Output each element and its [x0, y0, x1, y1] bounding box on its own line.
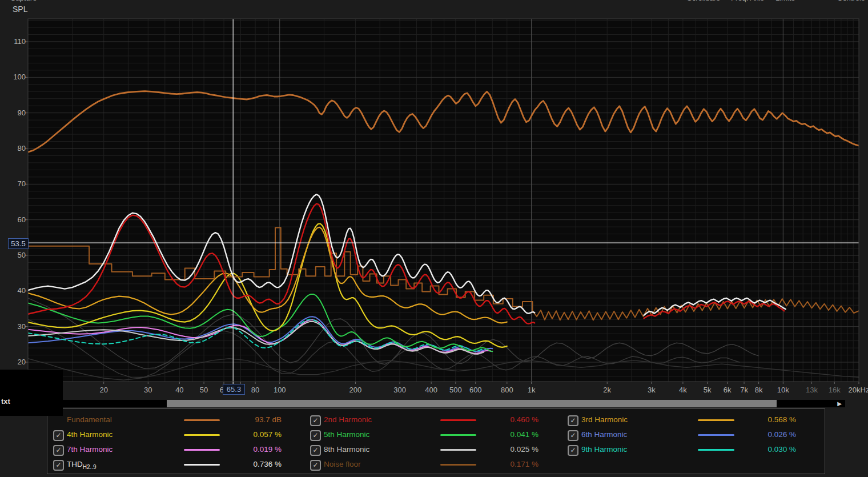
y-tick-label: 90: [6, 109, 26, 117]
rew-spl-window: Capture Scrollbars Freq. Axis Limits Con…: [0, 0, 868, 477]
cursor-freq-readout: 65.3: [223, 384, 245, 395]
legend-value: 0.030 %: [742, 445, 796, 454]
x-tick-label: 3k: [648, 386, 656, 394]
plot-background: [28, 19, 859, 382]
menu-scrollbars[interactable]: Scrollbars: [687, 0, 720, 2]
legend-value: 0.026 %: [742, 430, 796, 439]
x-tick-label: 20kHz: [849, 386, 868, 394]
legend-line-swatch: [698, 449, 734, 451]
menu-controls[interactable]: Controls: [837, 0, 865, 2]
y-tick-label: 110: [6, 37, 26, 46]
x-tick-label: 16k: [829, 386, 841, 394]
legend-line-swatch: [698, 419, 734, 421]
x-tick-label: 13k: [806, 386, 818, 394]
x-tick-label: 20: [99, 386, 107, 394]
y-tick-label: 80: [6, 144, 26, 153]
legend-label[interactable]: 6th Harmonic: [581, 430, 627, 439]
y-tick-label: 20: [6, 358, 26, 366]
y-tick-label: 30: [6, 322, 26, 331]
legend-checkbox[interactable]: ✓: [568, 445, 578, 456]
x-tick-label: 2k: [603, 386, 611, 394]
x-tick-label: 400: [425, 386, 437, 394]
legend-value: 0.171 %: [484, 460, 539, 468]
x-tick-label: 500: [449, 386, 462, 394]
legend-line-swatch: [440, 464, 476, 466]
x-tick-label: 30: [144, 386, 152, 394]
legend-label[interactable]: 9th Harmonic: [581, 445, 627, 454]
file-name-text: txt: [1, 397, 10, 406]
legend-label[interactable]: Noise floor: [324, 460, 361, 468]
x-tick-label: 600: [469, 386, 482, 394]
x-tick-label: 1k: [528, 386, 536, 394]
legend-label[interactable]: 3rd Harmonic: [581, 415, 628, 424]
y-tick-label: 70: [6, 179, 26, 188]
x-tick-label: 8k: [755, 386, 763, 394]
x-tick-label: 10k: [777, 386, 789, 394]
x-tick-label: 100: [274, 386, 286, 394]
legend-checkbox[interactable]: ✓: [568, 415, 578, 426]
x-tick-label: 80: [251, 386, 259, 394]
legend-item-6th-harmonic: ✓6th Harmonic0.026 %: [0, 430, 868, 441]
menu-freq-axis[interactable]: Freq. Axis: [731, 0, 764, 2]
x-tick-label: 6k: [724, 386, 732, 394]
legend-value: 0.568 %: [742, 415, 796, 424]
cursor-spl-value: 53.5: [11, 239, 25, 248]
cursor-freq-value: 65.3: [227, 385, 241, 394]
x-tick-label: 200: [349, 386, 362, 394]
legend-item-noise-floor: ✓Noise floor0.171 %: [0, 459, 868, 471]
legend-checkbox[interactable]: ✓: [568, 430, 578, 441]
x-tick-label: 4k: [679, 386, 687, 394]
legend-line-swatch: [698, 434, 734, 436]
x-tick-label: 800: [501, 386, 513, 394]
y-tick-label: 100: [6, 73, 26, 81]
x-tick-label: 5k: [704, 386, 712, 394]
x-tick-label: 7k: [740, 386, 748, 394]
menu-limits[interactable]: Limits: [775, 0, 795, 2]
menu-capture[interactable]: Capture: [10, 0, 37, 2]
y-tick-label: 50: [6, 251, 26, 259]
scrollbar-right-arrow-icon[interactable]: ▶: [835, 400, 844, 407]
y-tick-label: 60: [6, 215, 26, 224]
cursor-spl-readout: 53.5: [8, 238, 29, 249]
x-tick-label: 300: [393, 386, 406, 394]
legend-item-9th-harmonic: ✓9th Harmonic0.030 %: [0, 444, 868, 456]
legend-checkbox[interactable]: ✓: [310, 460, 321, 471]
menubar: Capture Scrollbars Freq. Axis Limits Con…: [0, 0, 868, 4]
horizontal-scrollbar-thumb[interactable]: [167, 400, 777, 407]
x-tick-label: 40: [175, 386, 183, 394]
file-name-overlay: txt: [0, 370, 63, 416]
y-tick-label: 40: [6, 286, 26, 295]
y-axis-title: SPL: [13, 5, 27, 14]
legend-item-3rd-harmonic: ✓3rd Harmonic0.568 %: [0, 415, 868, 426]
x-tick-label: 50: [200, 386, 208, 394]
